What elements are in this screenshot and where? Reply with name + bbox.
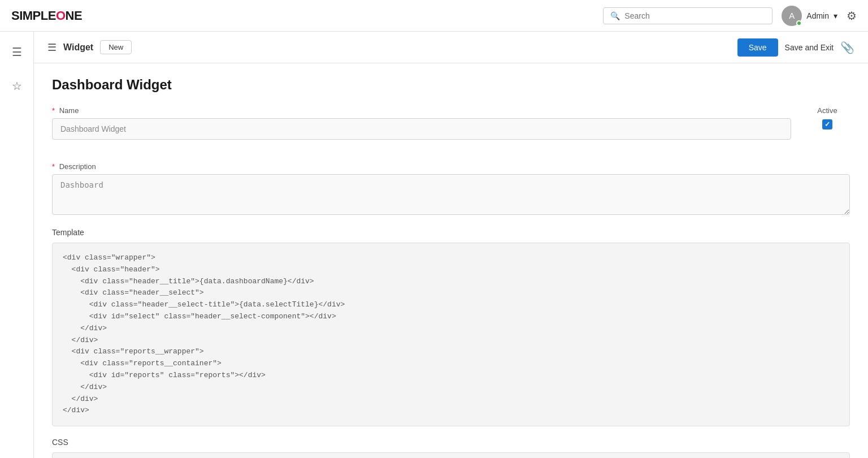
active-checkbox[interactable] — [822, 119, 832, 129]
description-label-text: Description — [59, 162, 96, 171]
css-label: CSS — [52, 438, 850, 447]
active-section: Active — [805, 106, 850, 129]
settings-button[interactable]: ⚙ — [847, 9, 857, 23]
logo-o: O — [56, 8, 66, 23]
description-required-star: * — [52, 162, 55, 171]
nav-right: 🔍 A Admin ▾ ⚙ — [603, 6, 857, 26]
name-label-text: Name — [59, 106, 79, 115]
name-field-section: * Name — [52, 106, 791, 140]
sidebar: ☰ ☆ — [0, 32, 34, 458]
name-input[interactable] — [52, 118, 791, 140]
template-section: Template <div class="wrapper"> <div clas… — [52, 228, 850, 426]
toolbar-right: Save Save and Exit 📎 — [737, 38, 854, 57]
form-area: Dashboard Widget * Name Active — [34, 63, 868, 458]
chevron-down-icon: ▾ — [834, 11, 837, 20]
toolbar-title: Widget — [63, 42, 93, 53]
search-icon: 🔍 — [610, 11, 620, 20]
hamburger-icon[interactable]: ☰ — [47, 41, 57, 54]
page-title: Dashboard Widget — [52, 77, 850, 93]
css-section: CSS .wrapper { margin: 0 32px; box-sizin… — [52, 438, 850, 458]
logo-ne: NE — [66, 8, 83, 23]
top-nav: SIMPLEONE 🔍 A Admin ▾ ⚙ — [0, 0, 868, 32]
new-badge[interactable]: New — [100, 40, 132, 54]
template-editor[interactable]: <div class="wrapper"> <div class="header… — [52, 243, 850, 426]
user-name: Admin — [806, 11, 829, 20]
layout: ☰ ☆ ☰ Widget New Save Save and Exit 📎 Da… — [0, 32, 868, 458]
description-input[interactable]: Dashboard — [52, 174, 850, 215]
template-label: Template — [52, 228, 850, 237]
name-required-star: * — [52, 106, 55, 115]
sidebar-item-menu[interactable]: ☰ — [7, 41, 27, 63]
description-field-section: * Description Dashboard — [52, 162, 850, 217]
toolbar-left: ☰ Widget New — [47, 40, 132, 54]
toolbar: ☰ Widget New Save Save and Exit 📎 — [34, 32, 868, 63]
status-dot — [796, 20, 802, 26]
description-label: * Description — [52, 162, 850, 171]
save-exit-button[interactable]: Save and Exit — [785, 43, 834, 52]
logo: SIMPLEONE — [11, 8, 82, 23]
active-label: Active — [817, 106, 837, 115]
name-label: * Name — [52, 106, 791, 115]
logo-simple: SIMPLE — [11, 8, 56, 23]
search-box[interactable]: 🔍 — [603, 7, 772, 24]
sidebar-item-favorites[interactable]: ☆ — [7, 75, 27, 97]
search-input[interactable] — [624, 11, 765, 20]
user-menu[interactable]: A Admin ▾ — [782, 6, 837, 26]
css-editor[interactable]: .wrapper { margin: 0 32px; box-sizing: b… — [52, 452, 850, 458]
save-button[interactable]: Save — [737, 38, 778, 57]
avatar: A — [782, 6, 802, 26]
logo-text: SIMPLEONE — [11, 8, 82, 23]
name-active-grid: * Name Active — [52, 106, 850, 151]
avatar-initial: A — [789, 11, 795, 20]
attach-icon[interactable]: 📎 — [840, 41, 854, 54]
main-content: ☰ Widget New Save Save and Exit 📎 Dashbo… — [34, 32, 868, 458]
